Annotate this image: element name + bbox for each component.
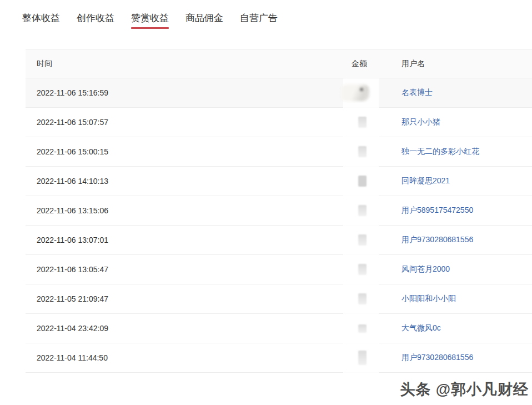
time-cell: 2022-11-06 15:07:57 (26, 118, 352, 127)
toutiao-watermark: 头条 @郭小凡财经 (400, 379, 529, 399)
redacted-amount (358, 293, 367, 304)
username-link[interactable]: 用户9730280681556 (401, 235, 473, 244)
username-link[interactable]: 风间苍月2000 (401, 264, 450, 273)
username-link[interactable]: 大气微风0c (401, 323, 441, 332)
time-cell: 2022-11-06 13:05:47 (26, 265, 352, 274)
redacted-amount (358, 117, 367, 128)
redacted-amount (358, 146, 367, 157)
username-link[interactable]: 那只小小猪 (401, 117, 440, 126)
appreciation-earnings-table: 时间 金额 用户名 2022-11-06 15:16:59 名表博士 2022-… (26, 49, 532, 373)
amount-cell (352, 117, 401, 128)
username-link[interactable]: 用户9730280681556 (401, 353, 473, 362)
tab-product-commission[interactable]: 商品佣金 (185, 12, 223, 24)
table-row: 2022-11-04 23:42:09 大气微风0c (26, 314, 532, 343)
amount-cell (352, 234, 401, 246)
amount-cell (352, 324, 401, 333)
time-cell: 2022-11-05 21:09:47 (26, 294, 352, 303)
username-cell: 名表博士 (401, 88, 532, 98)
redacted-amount (342, 84, 369, 101)
username-cell: 大气微风0c (401, 323, 532, 333)
username-link[interactable]: 用户5895175472550 (401, 206, 473, 214)
redacted-amount (358, 351, 367, 365)
amount-cell (352, 293, 401, 304)
column-header-username: 用户名 (401, 59, 532, 69)
username-cell: 小阳阳和小小阳 (401, 294, 532, 304)
tab-self-ads[interactable]: 自营广告 (240, 12, 278, 24)
username-cell: 用户5895175472550 (401, 206, 532, 216)
table-row: 2022-11-06 13:05:47 风间苍月2000 (26, 255, 532, 284)
tab-overall-earnings[interactable]: 整体收益 (22, 12, 60, 24)
time-cell: 2022-11-06 15:16:59 (26, 88, 352, 97)
username-cell: 独一无二的多彩小红花 (401, 147, 532, 157)
table-row: 2022-11-06 14:10:13 回眸凝思2021 (26, 167, 532, 196)
username-cell: 风间苍月2000 (401, 264, 532, 274)
time-cell: 2022-11-06 14:10:13 (26, 177, 352, 186)
username-link[interactable]: 回眸凝思2021 (401, 176, 450, 185)
amount-cell (352, 205, 401, 216)
time-cell: 2022-11-06 13:07:01 (26, 236, 352, 244)
time-cell: 2022-11-04 23:42:09 (26, 324, 352, 333)
column-header-time: 时间 (26, 59, 352, 69)
redacted-amount (358, 324, 367, 333)
amount-cell (352, 84, 401, 101)
username-link[interactable]: 小阳阳和小小阳 (401, 294, 456, 303)
table-row: 2022-11-06 13:15:06 用户5895175472550 (26, 196, 532, 226)
redacted-amount (358, 264, 367, 275)
redacted-amount (358, 205, 367, 216)
tab-appreciation-earnings[interactable]: 赞赏收益 (131, 12, 169, 24)
amount-cell (352, 146, 401, 157)
amount-cell (352, 351, 401, 365)
table-row: 2022-11-05 21:09:47 小阳阳和小小阳 (26, 284, 532, 314)
username-link[interactable]: 名表博士 (401, 88, 433, 97)
time-cell: 2022-11-04 11:44:50 (26, 353, 352, 362)
username-link[interactable]: 独一无二的多彩小红花 (401, 147, 479, 156)
username-cell: 回眸凝思2021 (401, 176, 532, 186)
username-cell: 那只小小猪 (401, 117, 532, 127)
column-header-amount: 金额 (352, 59, 401, 69)
table-header-row: 时间 金额 用户名 (26, 49, 532, 78)
table-row: 2022-11-06 15:00:15 独一无二的多彩小红花 (26, 137, 532, 167)
redacted-amount (358, 176, 367, 187)
table-row: 2022-11-06 15:16:59 名表博士 (26, 78, 532, 108)
redacted-amount (358, 234, 367, 246)
amount-cell (352, 176, 401, 187)
username-cell: 用户9730280681556 (401, 235, 532, 245)
time-cell: 2022-11-06 13:15:06 (26, 206, 352, 215)
table-row: 2022-11-04 11:44:50 用户9730280681556 (26, 343, 532, 373)
amount-cell (352, 264, 401, 275)
earnings-tab-bar: 整体收益 创作收益 赞赏收益 商品佣金 自营广告 (22, 12, 278, 24)
table-row: 2022-11-06 13:07:01 用户9730280681556 (26, 226, 532, 255)
tab-creation-earnings[interactable]: 创作收益 (77, 12, 114, 24)
username-cell: 用户9730280681556 (401, 353, 532, 363)
table-row: 2022-11-06 15:07:57 那只小小猪 (26, 108, 532, 137)
time-cell: 2022-11-06 15:00:15 (26, 147, 352, 156)
